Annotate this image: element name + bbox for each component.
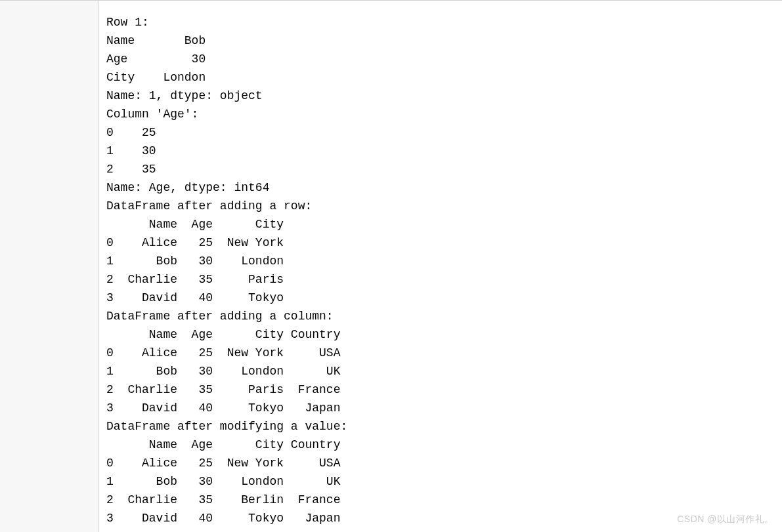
output-line: 3 David 40 Tokyo xyxy=(106,291,284,304)
output-line: DataFrame after modifying a value: xyxy=(106,420,347,433)
output-line: Row 1: xyxy=(106,16,149,29)
cell-top-border xyxy=(0,0,782,1)
output-line: Name: 1, dtype: object xyxy=(106,89,263,102)
output-line: 1 Bob 30 London UK xyxy=(106,475,340,488)
output-line: DataFrame after adding a column: xyxy=(106,310,334,323)
output-line: 2 Charlie 35 Berlin France xyxy=(106,493,340,506)
output-line: Name Age City xyxy=(106,218,284,231)
output-line: 0 25 xyxy=(106,126,156,139)
output-line: Name Age City Country xyxy=(106,438,340,451)
output-line: Age 30 xyxy=(106,52,206,66)
output-line: 3 David 40 Tokyo Japan xyxy=(106,512,340,525)
output-line: 3 David 40 Tokyo Japan xyxy=(106,401,340,415)
output-line: 0 Alice 25 New York USA xyxy=(106,346,340,359)
cell-output: Row 1: Name Bob Age 30 City London Name:… xyxy=(106,13,347,527)
notebook-prompt-gutter xyxy=(0,0,98,532)
output-line: 0 Alice 25 New York USA xyxy=(106,457,340,470)
output-line: City London xyxy=(106,71,206,84)
output-line: 2 Charlie 35 Paris xyxy=(106,273,284,286)
output-line: Name Bob xyxy=(106,34,206,47)
output-line: 1 30 xyxy=(106,144,156,157)
output-line: Name: Age, dtype: int64 xyxy=(106,181,269,194)
output-line: Column 'Age': xyxy=(106,108,198,121)
watermark-text: CSDN @以山河作礼。 xyxy=(677,510,774,528)
output-line: 1 Bob 30 London UK xyxy=(106,365,340,378)
output-line: 1 Bob 30 London xyxy=(106,255,284,268)
output-line: 0 Alice 25 New York xyxy=(106,236,284,249)
output-line: DataFrame after adding a row: xyxy=(106,199,312,213)
output-line: 2 35 xyxy=(106,163,156,176)
output-line: Name Age City Country xyxy=(106,328,340,341)
output-line: 2 Charlie 35 Paris France xyxy=(106,383,340,396)
